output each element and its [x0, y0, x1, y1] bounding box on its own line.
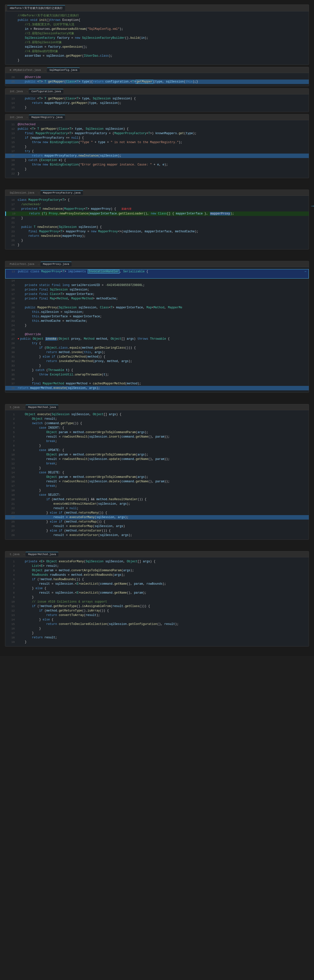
ln: 14 [7, 617, 15, 622]
ln: 21 [7, 502, 15, 506]
ln: 16 [7, 288, 15, 292]
code: /unchecked/ [17, 202, 307, 207]
code: //1.加载配置文件, 以对字节输入流 [17, 22, 307, 27]
ln: 4 [7, 573, 15, 577]
ln: 21 [7, 310, 15, 314]
code: Object param = method.convertArgsToSqlCo… [17, 568, 307, 573]
ln: 15 [7, 140, 15, 145]
tab-mapperregistry[interactable]: MapperRegistry.java [29, 115, 65, 119]
ln: 14 [7, 101, 15, 105]
code: executeWithResultHandler(sqlSession, arg… [17, 502, 307, 506]
code: return newInstance(mapperProxy); [17, 234, 307, 238]
tab-t-8[interactable]: t.java [7, 552, 22, 557]
code: } else { [17, 617, 307, 622]
ln: 33 [7, 364, 15, 368]
ln: 36 [7, 377, 15, 382]
ln: 16 [7, 479, 15, 484]
code: this.methodCache = methodCache; [17, 319, 307, 323]
ln: 27 [7, 337, 15, 341]
code: if (!method.hasRowBounds()) { [17, 577, 307, 582]
code: //3.获取SqlSession对象 [17, 40, 307, 45]
ln: 16 [7, 627, 15, 631]
code: throw ExceptionUtil.unwrapThrowable(t); [17, 372, 307, 377]
code: } [17, 631, 307, 635]
ln: 17 [7, 631, 15, 635]
tab-mybatis[interactable]: ⊕ #MyBatisTest.java [7, 68, 43, 72]
ln: 1 [7, 412, 15, 417]
ln: 14 [7, 278, 15, 283]
ln: 29 [7, 80, 15, 84]
tab-configuration[interactable]: Configuration.java [29, 89, 63, 94]
tab-publictest[interactable]: PublicTest.java [7, 262, 37, 266]
ln: 13 [7, 96, 15, 101]
ln: 24 [7, 515, 15, 520]
code: case SELECT: [17, 493, 307, 497]
code: Object result; [17, 417, 307, 421]
code: case DELETE: { [17, 470, 307, 475]
ln: 31 [7, 355, 15, 359]
section-8: t.java → MapperMethod.java 1 private <E>… [5, 551, 309, 646]
code: return method.invoke(this, args); [17, 350, 307, 355]
ln: 19 [7, 493, 15, 497]
ln: 14 [7, 470, 15, 475]
section-5: SqlSession.java → MapperProxyFactory.jav… [5, 189, 309, 250]
section-6: PublicTest.java → MapperProxy.java 13 pu… [5, 261, 309, 393]
code: class MapperProxyFactory<T> { [17, 198, 307, 202]
code: assertDao = sqlSession.getMapper(IUserDa… [17, 54, 307, 58]
code: private final SqlSession sqlSession; [17, 288, 307, 292]
code: result = sqlSession.<E>selectList(comman… [17, 582, 307, 586]
tab-sqlmapconfig[interactable]: SqlMapConfig.java [47, 68, 80, 72]
ln: 13 [8, 269, 15, 274]
ln: 18 [7, 296, 15, 301]
tab-mappermethod-7[interactable]: MapperMethod.java [25, 405, 59, 409]
code: final MapperProxy<T> mapperProxy = new M… [17, 229, 307, 234]
code: this.mapperInterface = mapperInterface; [17, 314, 307, 319]
ln: 16 [7, 198, 15, 202]
ln: 19 [7, 301, 15, 305]
ln: 18 [7, 207, 15, 211]
tab-sqlsession-5[interactable]: SqlSession.java [7, 191, 37, 195]
tab-mappermethod-8[interactable]: MapperMethod.java [25, 552, 59, 557]
code: return mapperProxyFactory.newInstance(sq… [17, 154, 307, 158]
ln: 15 [7, 475, 15, 479]
tab-int-4[interactable]: int.java [7, 115, 25, 119]
code: throw new BindingException("Error gettin… [17, 162, 307, 167]
tab-int-3[interactable]: int.java [7, 89, 25, 94]
tab-t-7[interactable]: t.java [7, 405, 22, 409]
gap-2 [0, 251, 314, 259]
highlighted-line-4: 18 return mapperProxyFactory.newInstance… [5, 154, 309, 158]
tab-mapperproxyfactory[interactable]: MapperProxyFactory.java [41, 190, 83, 195]
code: } else if (method.returnsMap()) { [17, 520, 307, 524]
gap-5 [0, 649, 314, 654]
tab-before[interactable]: #Before//关于在被方法执行线行之前执行 [7, 5, 65, 11]
code: try { [17, 341, 307, 346]
ln: 26 [7, 332, 15, 337]
ln: 12 [7, 127, 15, 131]
tab-mapperproxy[interactable]: MapperProxy.java [41, 262, 72, 266]
code: if (Object.class.equals(method.getDeclar… [17, 346, 307, 350]
code-body-4: 11@Unchecked 12public <T> T getMapper(Cl… [5, 120, 309, 178]
code: } [17, 466, 307, 470]
blue-arrow-in: ← [305, 269, 306, 274]
code: result = rowCountResult(sqlSession.updat… [17, 457, 307, 461]
code: final MapperProxyFactory<T> mapperProxyF… [17, 131, 307, 136]
code: } catch (Throwable t) { [17, 368, 307, 372]
ln: 25 [7, 328, 15, 332]
code: } [17, 323, 307, 328]
code: } [17, 364, 307, 368]
tab-bar-3: int.java → Configuration.java [5, 89, 309, 94]
ln: 14 [7, 136, 15, 140]
code: } [17, 595, 307, 600]
code: protected T newInstance(MapperProxy<T> m… [17, 207, 307, 212]
ln: 9 [7, 448, 15, 452]
tab-bar-1: #Before//关于在被方法执行线行之前执行 [5, 5, 309, 11]
code: } [17, 238, 307, 243]
code-body-1: //#Before//关于在被方法执行线行之前执行 public void in… [5, 11, 309, 65]
ln: 19 [7, 158, 15, 162]
code: in = Resources.getResourceAsStream("SqlM… [17, 27, 307, 31]
main-container: #Before//关于在被方法执行线行之前执行 //#Before//关于在被方… [0, 0, 314, 656]
ln: 2 [7, 564, 15, 568]
tab-bar-2: ⊕ #MyBatisTest.java → SqlMapConfig.java [5, 67, 309, 73]
code-body-5: 16class MapperProxyFactory<T> { 17 /unch… [5, 196, 309, 249]
ln: 18 [7, 488, 15, 493]
